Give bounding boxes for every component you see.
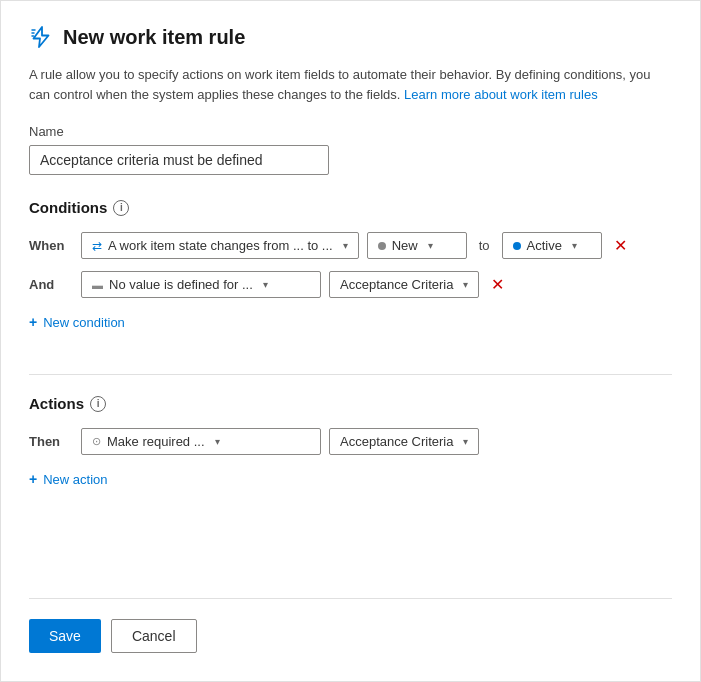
when-dropdown-btn[interactable]: ⇄ A work item state changes from ... to … [81, 232, 359, 259]
description-text: A rule allow you to specify actions on w… [29, 65, 672, 104]
then-label: Then [29, 434, 73, 449]
when-chevron-icon: ▾ [343, 240, 348, 251]
conditions-info-icon[interactable]: i [113, 200, 129, 216]
conditions-header: Conditions i [29, 199, 672, 216]
page-header: New work item rule [29, 25, 672, 49]
and-row: And ▬ No value is defined for ... ▾ Acce… [29, 271, 672, 298]
actions-section: Actions i Then ⊙ Make required ... ▾ Acc… [29, 395, 672, 491]
name-label: Name [29, 124, 672, 139]
page-container: New work item rule A rule allow you to s… [0, 0, 701, 682]
when-label: When [29, 238, 73, 253]
new-condition-plus-icon: + [29, 314, 37, 330]
field-icon: ▬ [92, 279, 103, 291]
page-title: New work item rule [63, 26, 245, 49]
new-condition-btn[interactable]: + New condition [29, 310, 125, 334]
conditions-section: Conditions i When ⇄ A work item state ch… [29, 199, 672, 334]
when-dropdown-text: A work item state changes from ... to ..… [108, 238, 333, 253]
footer: Save Cancel [29, 598, 672, 653]
and-field-text: Acceptance Criteria [340, 277, 453, 292]
new-condition-label: New condition [43, 315, 125, 330]
and-field-dropdown-btn[interactable]: Acceptance Criteria ▾ [329, 271, 479, 298]
lightning-icon [29, 25, 53, 49]
actions-header: Actions i [29, 395, 672, 412]
to-label: to [475, 238, 494, 253]
when-delete-btn[interactable]: ✕ [610, 234, 631, 257]
and-dropdown-text: No value is defined for ... [109, 277, 253, 292]
state-from-text: New [392, 238, 418, 253]
action-field-dropdown-btn[interactable]: Acceptance Criteria ▾ [329, 428, 479, 455]
actions-title: Actions [29, 395, 84, 412]
state-to-dot [513, 242, 521, 250]
new-action-label: New action [43, 472, 107, 487]
action-field-chevron-icon: ▾ [463, 436, 468, 447]
then-row: Then ⊙ Make required ... ▾ Acceptance Cr… [29, 428, 672, 455]
save-button[interactable]: Save [29, 619, 101, 653]
learn-more-link[interactable]: Learn more about work item rules [404, 87, 598, 102]
and-field-chevron-icon: ▾ [463, 279, 468, 290]
new-action-btn[interactable]: + New action [29, 467, 108, 491]
action-dropdown-text: Make required ... [107, 434, 205, 449]
actions-info-icon[interactable]: i [90, 396, 106, 412]
state-from-chevron-icon: ▾ [428, 240, 433, 251]
action-dropdown-btn[interactable]: ⊙ Make required ... ▾ [81, 428, 321, 455]
new-action-plus-icon: + [29, 471, 37, 487]
state-to-dropdown-btn[interactable]: Active ▾ [502, 232, 602, 259]
name-section: Name [29, 124, 672, 175]
section-divider [29, 374, 672, 375]
state-to-chevron-icon: ▾ [572, 240, 577, 251]
action-chevron-icon: ▾ [215, 436, 220, 447]
when-row: When ⇄ A work item state changes from ..… [29, 232, 672, 259]
state-from-dropdown-btn[interactable]: New ▾ [367, 232, 467, 259]
arrows-icon: ⇄ [92, 239, 102, 253]
cancel-button[interactable]: Cancel [111, 619, 197, 653]
state-from-dot [378, 242, 386, 250]
and-label: And [29, 277, 73, 292]
action-field-text: Acceptance Criteria [340, 434, 453, 449]
conditions-title: Conditions [29, 199, 107, 216]
state-to-text: Active [527, 238, 562, 253]
name-input[interactable] [29, 145, 329, 175]
and-dropdown-btn[interactable]: ▬ No value is defined for ... ▾ [81, 271, 321, 298]
and-chevron-icon: ▾ [263, 279, 268, 290]
and-delete-btn[interactable]: ✕ [487, 273, 508, 296]
make-req-icon: ⊙ [92, 435, 101, 448]
